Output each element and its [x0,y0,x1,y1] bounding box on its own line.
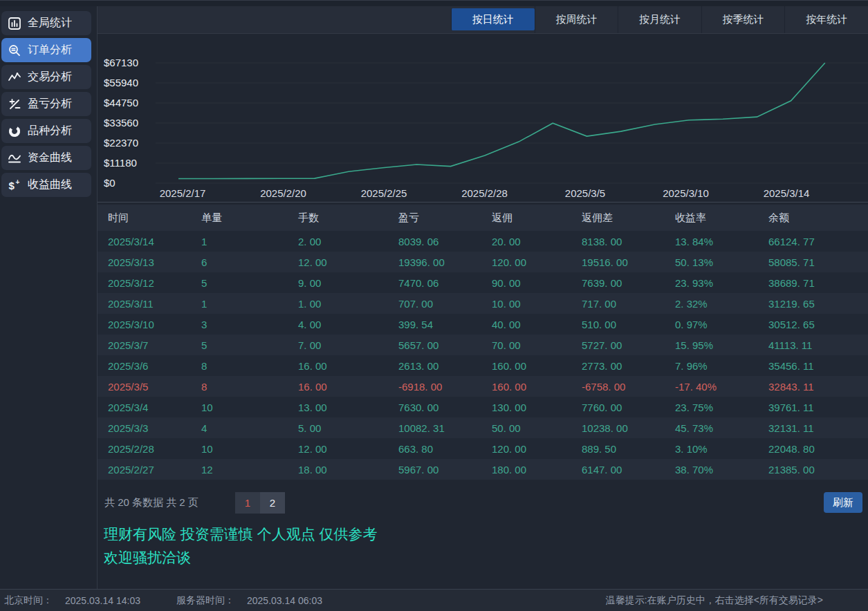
top-strip [0,0,868,6]
refresh-button[interactable]: 刷新 [824,492,862,513]
magnifier-icon [8,44,21,57]
table-cell: 5 [191,277,288,289]
table-cell: 2025/3/10 [98,319,191,330]
page-button-2[interactable]: 2 [260,492,285,514]
column-header: 余额 [758,212,868,225]
table-cell: 2. 00 [288,236,388,247]
pagination-summary: 共 20 条数据 共 2 页 [104,496,198,509]
page-buttons: 12 [235,492,285,514]
table-cell: 2025/2/27 [98,464,191,476]
dollar-plus-icon: $+ [8,178,21,192]
sidebar-item-global-stats[interactable]: 全局统计 [1,11,91,35]
table-body: 2025/3/1412. 008039. 0620. 008138. 0013.… [98,231,868,480]
sidebar-item-order-analysis[interactable]: 订单分析 [1,38,91,62]
table-row: 2025/2/271218. 005967. 00180. 006147. 00… [98,459,868,480]
sidebar-item-trade-analysis[interactable]: 交易分析 [1,65,91,89]
table-header-row: 时间单量手数盈亏返佣返佣差收益率余额 [98,205,868,231]
table-cell: 2773. 00 [571,360,665,372]
table-cell: 12. 00 [288,256,388,268]
table-cell: 10. 00 [481,298,571,310]
table-cell: 18. 00 [288,464,388,476]
column-header: 收益率 [665,212,758,225]
table-cell: 32131. 11 [758,422,868,434]
equity-chart-plot [156,47,868,189]
sidebar-item-label: 订单分析 [28,43,72,57]
table-cell: 13. 00 [288,402,388,413]
sidebar-item-symbol-analysis[interactable]: 品种分析 [1,119,91,143]
bar-chart-icon [8,17,21,30]
table-cell: 7. 96% [665,360,758,372]
table-cell: 13. 84% [665,236,758,247]
table-cell: 58085. 71 [758,256,868,268]
table-cell: 31219. 65 [758,298,868,310]
status-bar: 北京时间： 2025.03.14 14:03 服务器时间： 2025.03.14… [0,589,868,611]
table-cell: 1 [191,236,288,247]
table-cell: 130. 00 [481,402,571,413]
table-cell: 510. 00 [571,319,665,330]
tab-weekly[interactable]: 按周统计 [535,6,618,33]
table-cell: 2025/3/13 [98,256,191,268]
sidebar: 全局统计订单分析交易分析盈亏分析品种分析资金曲线$+收益曲线 [0,11,93,200]
table-cell: 2025/3/12 [98,277,191,289]
table-cell: 7. 00 [288,339,388,351]
table-cell: 180. 00 [481,464,571,476]
table-cell: 663. 80 [388,443,481,455]
x-axis-tick-label: 2025/2/28 [461,187,508,200]
tab-monthly[interactable]: 按月统计 [618,6,701,33]
server-time-label: 服务器时间： [176,594,234,607]
disclaimer-line-2: 欢迎骚扰洽谈 [104,546,378,570]
tab-daily[interactable]: 按日统计 [451,8,535,30]
disclaimer: 理财有风险 投资需谨慎 个人观点 仅供参考 欢迎骚扰洽谈 [104,523,378,570]
tab-yearly[interactable]: 按年统计 [784,6,868,33]
x-axis-tick-label: 2025/2/17 [160,187,206,200]
svg-text:$: $ [9,179,15,191]
table-cell: 5. 00 [288,422,388,434]
equity-line [178,63,825,179]
table-cell: 10082. 31 [388,422,481,434]
pagination-bar: 共 20 条数据 共 2 页 12 刷新 [98,492,868,514]
equity-chart: $67130$55940$44750$33560$22370$11180$020… [98,33,868,205]
x-axis-tick-label: 2025/3/5 [565,187,605,200]
table-cell: 120. 00 [481,256,571,268]
tab-quarterly[interactable]: 按季统计 [701,6,785,33]
page-button-1[interactable]: 1 [235,492,260,514]
table-cell: -17. 40% [665,381,758,393]
table-cell: 70. 00 [481,339,571,351]
sidebar-item-pnl-analysis[interactable]: 盈亏分析 [1,92,91,116]
table-cell: 6147. 00 [571,464,665,476]
svg-text:+: + [16,178,20,186]
table-row: 2025/3/13612. 0019396. 00120. 0019516. 0… [98,252,868,272]
table-cell: 120. 00 [481,443,571,455]
table-row: 2025/3/5816. 00-6918. 00160. 00-6758. 00… [98,376,868,397]
table-cell: 38689. 71 [758,277,868,289]
table-cell: 7470. 06 [388,277,481,289]
table-cell: 16. 00 [288,381,388,393]
table-cell: 8 [191,360,288,372]
table-row: 2025/3/345. 0010082. 3150. 0010238. 0045… [98,417,868,438]
plus-minus-icon [8,97,21,111]
table-cell: 7760. 00 [571,402,665,413]
daily-stats-table: 时间单量手数盈亏返佣返佣差收益率余额 2025/3/1412. 008039. … [98,205,868,480]
sidebar-item-fund-curve[interactable]: 资金曲线 [1,146,91,170]
table-cell: 2025/2/28 [98,443,191,455]
table-cell: 30512. 65 [758,319,868,330]
table-cell: 2025/3/3 [98,422,191,434]
table-cell: 5727. 00 [571,339,665,351]
table-cell: 717. 00 [571,298,665,310]
table-cell: 707. 00 [388,298,481,310]
table-row: 2025/3/6816. 002613. 00160. 002773. 007.… [98,355,868,376]
table-cell: 12 [191,464,288,476]
table-cell: 19396. 00 [388,256,481,268]
table-cell: 2025/3/14 [98,236,191,247]
table-cell: -6758. 00 [571,381,665,393]
beijing-time-label: 北京时间： [4,594,53,607]
table-cell: 399. 54 [388,319,481,330]
sidebar-item-profit-curve[interactable]: $+收益曲线 [1,173,91,197]
table-cell: 32843. 11 [758,381,868,393]
table-cell: 2. 32% [665,298,758,310]
table-cell: 7639. 00 [571,277,665,289]
table-cell: 2025/3/4 [98,402,191,413]
table-cell: 3. 10% [665,443,758,455]
sidebar-item-label: 品种分析 [28,124,72,138]
sidebar-item-label: 全局统计 [28,16,72,30]
